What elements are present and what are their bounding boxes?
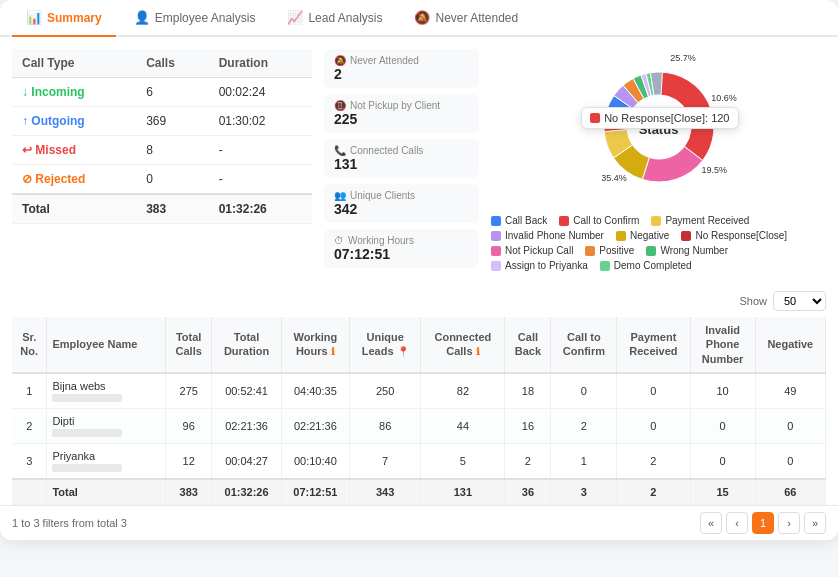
total-type-cell: Total xyxy=(12,194,136,224)
tooltip-color-swatch xyxy=(590,113,600,123)
pagination-info: 1 to 3 filters from total 3 xyxy=(12,517,127,529)
stat-not-pickup: 📵 Not Pickup by Client 225 xyxy=(324,94,479,133)
legend-dot xyxy=(616,231,626,241)
stat-label-text: Working Hours xyxy=(348,235,414,246)
stats-boxes: 🔕 Never Attended 2 📵 Not Pickup by Clien… xyxy=(324,49,479,271)
legend-item-Invalid-Phone-Number: Invalid Phone Number xyxy=(491,230,604,241)
stat-icon: 👥 xyxy=(334,190,346,201)
prev-page-btn[interactable]: ‹ xyxy=(726,512,748,534)
duration-cell: - xyxy=(209,165,312,195)
header-payment-received: Payment Received xyxy=(617,317,690,373)
total-name-cell: Total xyxy=(47,479,166,505)
stat-icon: 📵 xyxy=(334,100,346,111)
stat-never-attended: 🔕 Never Attended 2 xyxy=(324,49,479,88)
col-calls: Calls xyxy=(136,49,209,78)
row-call-to-confirm: 0 xyxy=(551,373,617,409)
calls-cell: 6 xyxy=(136,78,209,107)
stat-value: 2 xyxy=(334,66,469,82)
total-invalid: 15 xyxy=(690,479,755,505)
total-confirm: 3 xyxy=(551,479,617,505)
total-leads: 343 xyxy=(349,479,421,505)
employee-name: Priyanka xyxy=(52,450,160,462)
current-page-btn[interactable]: 1 xyxy=(752,512,774,534)
show-select[interactable]: 50 100 25 xyxy=(773,291,826,311)
chart-tooltip: No Response[Close]: 120 xyxy=(581,107,738,129)
tooltip-text: No Response[Close]: 120 xyxy=(604,112,729,124)
row-payment-received: 0 xyxy=(617,408,690,443)
call-type-cell: ↩ Missed xyxy=(12,136,136,165)
row-invalid-phone: 10 xyxy=(690,373,755,409)
row-working-hours: 00:10:40 xyxy=(281,443,349,479)
show-label: Show xyxy=(739,295,767,307)
legend-item-No-Response[Close]: No Response[Close] xyxy=(681,230,787,241)
tab-lead-analysis[interactable]: 📈 Lead Analysis xyxy=(273,0,396,37)
legend-label: Not Pickup Call xyxy=(505,245,573,256)
employee-sub xyxy=(52,429,122,437)
summary-row: ↩ Missed 8 - xyxy=(12,136,312,165)
never-attended-tab-icon: 🔕 xyxy=(414,10,430,25)
legend-dot xyxy=(681,231,691,241)
call-type-cell: ↓ Incoming xyxy=(12,78,136,107)
legend-dot xyxy=(600,261,610,271)
name-cell: Priyanka xyxy=(52,450,160,472)
row-working-hours: 02:21:36 xyxy=(281,408,349,443)
legend-dot xyxy=(491,246,501,256)
next-page-btn[interactable]: › xyxy=(778,512,800,534)
chart-percentage-label: 10.6% xyxy=(711,93,737,103)
chart-percentage-label: 25.7% xyxy=(670,53,696,63)
info-icon[interactable]: ℹ xyxy=(331,346,335,357)
legend-dot xyxy=(651,216,661,226)
row-total-duration: 00:52:41 xyxy=(212,373,282,409)
header-working-hours: WorkingHours ℹ xyxy=(281,317,349,373)
top-section: Call Type Calls Duration ↓ Incoming 6 00… xyxy=(0,37,838,283)
prev-prev-page-btn[interactable]: « xyxy=(700,512,722,534)
chart-legend: Call Back Call to Confirm Payment Receiv… xyxy=(491,215,826,271)
header-negative: Negative xyxy=(755,317,825,373)
total-duration-cell: 01:32:26 xyxy=(209,194,312,224)
row-total-calls: 12 xyxy=(166,443,212,479)
legend-item-Wrong-Number: Wrong Number xyxy=(646,245,728,256)
col-call-type: Call Type xyxy=(12,49,136,78)
stat-value: 07:12:51 xyxy=(334,246,469,262)
header-connected-calls: ConnectedCalls ℹ xyxy=(421,317,505,373)
next-next-page-btn[interactable]: » xyxy=(804,512,826,534)
legend-dot xyxy=(491,216,501,226)
row-unique-leads: 7 xyxy=(349,443,421,479)
tabs-bar: 📊 Summary 👤 Employee Analysis 📈 Lead Ana… xyxy=(0,0,838,37)
stat-label-text: Connected Calls xyxy=(350,145,423,156)
header-employee-name: Employee Name xyxy=(47,317,166,373)
calls-cell: 369 xyxy=(136,107,209,136)
legend-label: Negative xyxy=(630,230,669,241)
stat-connected-calls: 📞 Connected Calls 131 xyxy=(324,139,479,178)
legend-label: Call to Confirm xyxy=(573,215,639,226)
call-summary-table: Call Type Calls Duration ↓ Incoming 6 00… xyxy=(12,49,312,271)
employee-sub xyxy=(52,464,122,472)
employee-sub xyxy=(52,394,122,402)
row-invalid-phone: 0 xyxy=(690,408,755,443)
employee-name: Bijna webs xyxy=(52,380,160,392)
row-total-calls: 96 xyxy=(166,408,212,443)
lead-tab-icon: 📈 xyxy=(287,10,303,25)
stat-unique-clients: 👥 Unique Clients 342 xyxy=(324,184,479,223)
tab-employee-analysis[interactable]: 👤 Employee Analysis xyxy=(120,0,270,37)
legend-item-Call-to-Confirm: Call to Confirm xyxy=(559,215,639,226)
employee-data-table: Sr. No.Employee NameTotal CallsTotal Dur… xyxy=(12,317,826,505)
row-working-hours: 04:40:35 xyxy=(281,373,349,409)
location-icon: 📍 xyxy=(397,346,409,357)
tab-summary[interactable]: 📊 Summary xyxy=(12,0,116,37)
row-total-calls: 275 xyxy=(166,373,212,409)
info-icon[interactable]: ℹ xyxy=(476,346,480,357)
chart-percentage-label: 35.4% xyxy=(601,173,627,183)
calls-cell: 0 xyxy=(136,165,209,195)
header-call-back: Call Back xyxy=(505,317,551,373)
legend-label: Invalid Phone Number xyxy=(505,230,604,241)
row-total-duration: 02:21:36 xyxy=(212,408,282,443)
row-sr: 1 xyxy=(12,373,47,409)
tab-never-attended[interactable]: 🔕 Never Attended xyxy=(400,0,532,37)
header-sr-no: Sr. No. xyxy=(12,317,47,373)
summary-row: ↓ Incoming 6 00:02:24 xyxy=(12,78,312,107)
row-negative: 49 xyxy=(755,373,825,409)
total-connected: 131 xyxy=(421,479,505,505)
header-unique-leads: UniqueLeads 📍 xyxy=(349,317,421,373)
row-total-duration: 00:04:27 xyxy=(212,443,282,479)
